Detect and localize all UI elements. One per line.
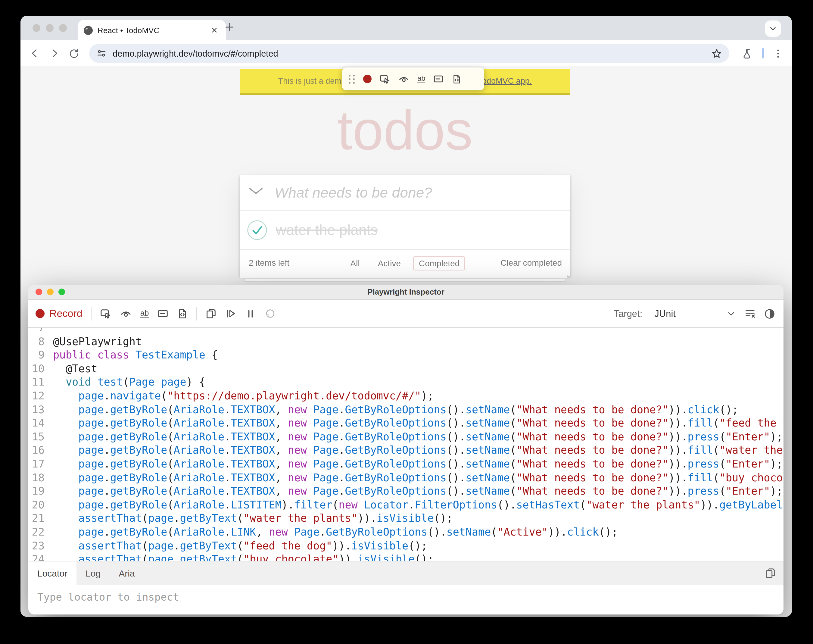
todos-heading: todos: [240, 100, 570, 160]
inspector-window-controls: [35, 288, 65, 295]
bookmark-star-icon[interactable]: [711, 48, 722, 59]
filter-active[interactable]: Active: [372, 256, 406, 270]
filter-all[interactable]: All: [345, 256, 365, 270]
new-todo-row: [240, 175, 570, 210]
pick-locator-icon[interactable]: [100, 308, 112, 319]
toggle-all-chevron-icon[interactable]: [248, 186, 264, 196]
code-line: 8@UsePlaywright: [28, 335, 784, 348]
close-window-button[interactable]: [32, 24, 40, 32]
code-line: 23 assertThat(page.getByText("feed the d…: [28, 539, 784, 552]
code-line: 22 page.getByRole(AriaRole.LINK, new Pag…: [28, 525, 784, 539]
tab-favicon-icon: [84, 26, 93, 35]
target-select-value[interactable]: JUnit: [654, 308, 676, 319]
address-bar[interactable]: demo.playwright.dev/todomvc/#/completed: [89, 44, 729, 63]
extension-pin-bar: [762, 48, 764, 58]
todo-label[interactable]: water the plants: [276, 222, 378, 239]
minimize-window-button[interactable]: [46, 24, 54, 32]
record-dot-icon[interactable]: [35, 309, 44, 318]
reload-button[interactable]: [69, 48, 80, 59]
dark-mode-toggle-icon[interactable]: [764, 308, 775, 319]
divider: [91, 307, 92, 320]
todo-item-row: water the plants: [240, 210, 570, 249]
todoapp-card: water the plants 2 items left AllActiveC…: [240, 175, 570, 276]
locator-input[interactable]: [36, 590, 778, 604]
code-line: 15 page.getByRole(AriaRole.TEXTBOX, new …: [28, 430, 784, 444]
assert-snapshot-icon[interactable]: [452, 74, 462, 84]
chevron-down-icon: [769, 24, 778, 33]
inspector-toolbar: Record ab Target: JUnit: [28, 300, 784, 328]
chevron-down-icon[interactable]: [726, 309, 736, 318]
inspector-tab-aria[interactable]: Aria: [110, 561, 144, 585]
new-todo-input[interactable]: [273, 184, 559, 201]
assert-visibility-eye-icon[interactable]: [120, 308, 132, 320]
assert-snapshot-icon[interactable]: [178, 308, 188, 319]
record-button[interactable]: Record: [49, 308, 83, 320]
code-line: 12 page.navigate("https://demo.playwrigh…: [28, 389, 784, 403]
drag-handle-icon[interactable]: [349, 74, 355, 83]
copy-icon[interactable]: [206, 308, 217, 319]
filter-completed[interactable]: Completed: [413, 256, 465, 270]
divider: [197, 307, 197, 320]
kebab-menu-icon[interactable]: [773, 48, 784, 59]
code-line: 18 page.getByRole(AriaRole.TEXTBOX, new …: [28, 471, 784, 485]
minimize-window-button[interactable]: [47, 288, 54, 295]
code-lines: 78@UsePlaywright9public class TestExampl…: [28, 328, 784, 561]
assert-text-icon[interactable]: ab: [140, 309, 149, 318]
code-line: 16 page.getByRole(AriaRole.TEXTBOX, new …: [28, 444, 784, 457]
inspector-tab-locator[interactable]: Locator: [28, 561, 77, 585]
screenshot-stage: React • TodoMVC demo.playwright.dev/todo…: [0, 0, 813, 644]
todo-checkbox[interactable]: [247, 220, 267, 241]
assert-value-icon[interactable]: [158, 308, 169, 319]
window-controls: [32, 24, 67, 32]
code-line: 11 void test(Page page) {: [28, 376, 784, 389]
generated-code-view: 78@UsePlaywright9public class TestExampl…: [28, 328, 784, 561]
inspector-title: Playwright Inspector: [28, 285, 784, 299]
playwright-inspector-window: Playwright Inspector Record ab Target: J…: [28, 285, 784, 615]
clear-output-icon[interactable]: [744, 308, 756, 319]
back-button[interactable]: [29, 48, 40, 59]
target-label: Target:: [614, 308, 643, 319]
close-window-button[interactable]: [35, 288, 42, 295]
tab-title: React • TodoMVC: [98, 26, 204, 35]
todo-footer: 2 items left AllActiveCompleted Clear co…: [240, 249, 570, 276]
tab-search-button[interactable]: [765, 20, 781, 37]
code-line: 9public class TestExample {: [28, 348, 784, 362]
browser-toolbar: demo.playwright.dev/todomvc/#/completed: [20, 40, 792, 66]
card-stack-edge: [245, 279, 565, 282]
recorder-overlay-toolbar: ab: [342, 67, 484, 90]
assert-value-icon[interactable]: [433, 74, 444, 84]
code-line: 14 page.getByRole(AriaRole.TEXTBOX, new …: [28, 416, 784, 430]
code-line: 21 assertThat(page.getByText("water the …: [28, 512, 784, 525]
code-line: 24 assertThat(page.getByText("buy chocol…: [28, 552, 784, 561]
code-line: 17 page.getByRole(AriaRole.TEXTBOX, new …: [28, 457, 784, 471]
pick-locator-icon[interactable]: [380, 74, 390, 84]
zoom-window-button[interactable]: [59, 24, 67, 32]
inspector-tab-log[interactable]: Log: [77, 561, 110, 585]
resume-icon[interactable]: [225, 308, 237, 319]
forward-button[interactable]: [49, 48, 60, 59]
pause-icon[interactable]: [245, 308, 256, 319]
copy-locator-icon[interactable]: [765, 567, 776, 579]
assert-visibility-eye-icon[interactable]: [398, 73, 409, 84]
zoom-window-button[interactable]: [58, 288, 65, 295]
chrome-labs-flask-icon[interactable]: [743, 48, 753, 59]
url-text: demo.playwright.dev/todomvc/#/completed: [113, 49, 705, 58]
code-line: 19 page.getByRole(AriaRole.TEXTBOX, new …: [28, 485, 784, 498]
code-line: 20 page.getByRole(AriaRole.LISTITEM).fil…: [28, 498, 784, 511]
browser-tab[interactable]: React • TodoMVC: [78, 20, 226, 40]
inspector-title-bar[interactable]: Playwright Inspector: [28, 285, 784, 300]
code-line: 13 page.getByRole(AriaRole.TEXTBOX, new …: [28, 403, 784, 416]
record-toggle-button[interactable]: [363, 75, 372, 83]
code-line: 7: [28, 328, 784, 335]
inspector-bottom-tabs: LocatorLogAria: [28, 561, 784, 585]
step-over-icon[interactable]: [265, 308, 276, 319]
tab-strip: React • TodoMVC: [20, 16, 792, 40]
locator-input-row: [28, 585, 784, 615]
code-line: 10 @Test: [28, 362, 784, 376]
tab-close-icon[interactable]: [209, 26, 220, 34]
assert-text-icon[interactable]: ab: [417, 75, 426, 83]
card-stack-edge: [240, 275, 568, 278]
site-settings-icon[interactable]: [96, 48, 107, 58]
clear-completed-button[interactable]: Clear completed: [501, 250, 562, 276]
new-tab-button[interactable]: [224, 22, 235, 32]
